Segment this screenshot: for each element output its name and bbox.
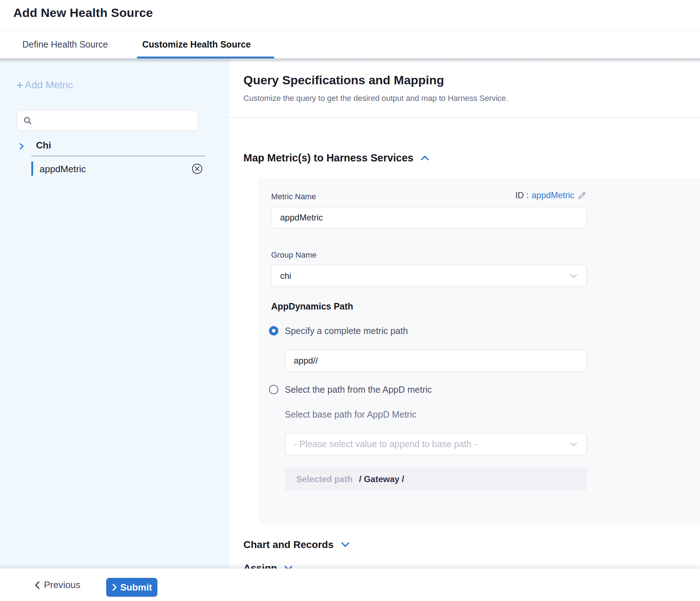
dialog-header: Add New Health Source (0, 0, 700, 31)
edit-pencil-icon[interactable] (577, 191, 587, 200)
id-value: appdMetric (531, 190, 574, 200)
radio-select-path[interactable] (269, 385, 278, 394)
selected-path-value: / Gateway / (359, 474, 404, 484)
query-spec-panel: Query Specifications and Mapping Customi… (229, 58, 700, 569)
chevron-down-icon (569, 441, 578, 447)
base-path-label: Select base path for AppD Metric (285, 409, 416, 420)
tab-bar: Define Health Source Customize Health So… (0, 31, 700, 58)
id-label: ID : (515, 190, 529, 200)
metric-name-input[interactable] (271, 207, 587, 228)
base-path-select[interactable]: - Please select value to append to base … (285, 433, 587, 455)
selected-path-row: Selected path / Gateway / (285, 468, 587, 490)
complete-metric-path-input[interactable] (285, 350, 587, 371)
add-metric-label: Add Metric (25, 79, 73, 91)
add-health-source-dialog: Add New Health Source Define Health Sour… (0, 0, 700, 601)
search-icon (23, 116, 32, 125)
chevron-down-icon (569, 273, 578, 279)
map-metrics-section-toggle[interactable]: Map Metric(s) to Harness Services (243, 152, 430, 164)
delete-metric-icon[interactable] (192, 163, 203, 174)
map-metrics-form: Metric Name ID : appdMetric Group Name c… (259, 178, 700, 524)
chevron-left-icon (34, 580, 40, 590)
previous-button[interactable]: Previous (34, 579, 80, 591)
submit-button[interactable]: Submit (106, 578, 157, 597)
group-name-select[interactable]: chi (271, 265, 587, 287)
radio-specify-label[interactable]: Specify a complete metric path (285, 326, 408, 336)
add-metric-button[interactable]: + Add Metric (16, 79, 73, 91)
group-label: Chi (36, 140, 51, 151)
page-subtitle: Customize the query to get the desired o… (243, 94, 508, 103)
appdynamics-path-label: AppDynamics Path (271, 301, 353, 312)
group-name-label: Group Name (271, 250, 317, 260)
chart-records-title: Chart and Records (243, 539, 334, 551)
page-title: Query Specifications and Mapping (243, 73, 444, 87)
tab-define-health-source[interactable]: Define Health Source (22, 39, 108, 50)
tab-customize-health-source[interactable]: Customize Health Source (142, 39, 251, 50)
radio-specify-metric-path[interactable] (269, 326, 278, 335)
metric-search-box (17, 110, 198, 131)
metric-item-label: appdMetric (40, 164, 86, 175)
selected-path-label: Selected path (296, 474, 353, 484)
chevron-right-icon (19, 142, 24, 151)
chevron-up-icon (420, 155, 430, 162)
chevron-down-icon (340, 541, 350, 548)
dialog-title: Add New Health Source (13, 6, 153, 20)
base-path-placeholder: - Please select value to append to base … (294, 439, 477, 449)
map-metrics-section-title: Map Metric(s) to Harness Services (243, 152, 413, 164)
sidebar-divider (31, 156, 206, 156)
heading-divider (229, 117, 700, 117)
submit-label: Submit (120, 582, 152, 593)
previous-label: Previous (44, 579, 80, 591)
plus-icon: + (16, 80, 23, 90)
group-name-value: chi (280, 271, 291, 281)
metric-id-row: ID : appdMetric (271, 190, 587, 200)
metrics-sidebar: + Add Metric Chi appdMetric (0, 58, 229, 569)
radio-select-label[interactable]: Select the path from the AppD metric (285, 384, 432, 395)
selected-indicator-bar (31, 161, 33, 176)
dialog-footer: Previous Submit (0, 569, 700, 601)
chart-records-section-toggle[interactable]: Chart and Records (243, 539, 350, 551)
sidebar-group-chi[interactable]: Chi (0, 138, 229, 155)
search-input[interactable] (36, 112, 194, 128)
sidebar-item-appdmetric[interactable]: appdMetric (0, 161, 229, 177)
chevron-right-icon (112, 583, 117, 592)
